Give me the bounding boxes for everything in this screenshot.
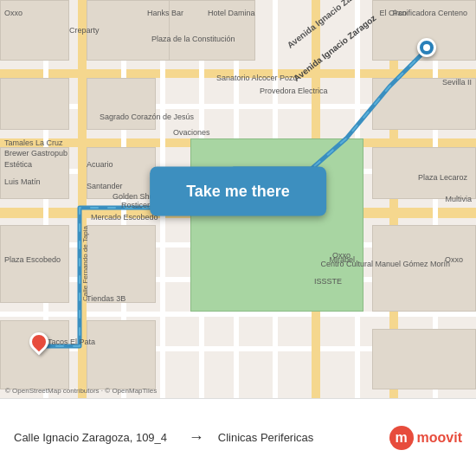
take-me-there-button[interactable]: Take me there — [150, 166, 326, 215]
label-estetica: Estética — [4, 160, 32, 169]
label-sagrado: Sagrado Corazón de Jesús — [100, 113, 194, 121]
label-tacos: Tacos El Pata — [48, 338, 95, 346]
moovit-logo-icon: m — [389, 426, 414, 450]
map-copyright: © OpenStreetMap contributors · © OpenMap… — [5, 387, 157, 395]
label-tamales: Tamales La Cruz — [4, 138, 63, 147]
label-hanks-bar: Hanks Bar — [147, 9, 183, 17]
label-creparty: Creparty — [69, 26, 100, 35]
label-plaza-lecaroz: Plaza Lecaroz — [418, 173, 467, 182]
moovit-m-letter: m — [395, 430, 407, 446]
label-oxxo2: Oxxo — [4, 9, 23, 17]
label-plaza-const: Plaza de la Constitución — [151, 35, 235, 43]
label-el-circo: El Circo — [379, 9, 407, 17]
route-info: Calle Ignacio Zaragoza, 109_4 → Clinicas… — [14, 428, 379, 447]
bottom-bar: Calle Ignacio Zaragoza, 109_4 → Clinicas… — [0, 398, 476, 476]
route-arrow-icon: → — [182, 428, 211, 447]
label-mercado: Mercado Escobedo — [91, 213, 158, 222]
label-issste: ISSSTE — [314, 277, 342, 286]
label-hotel-damina: Hotel Damina — [208, 9, 255, 17]
moovit-logo: m moovit — [389, 426, 462, 450]
label-brewer: Brewer Gastropub — [4, 149, 68, 158]
label-plaza-escobedo: Plaza Escobedo — [4, 255, 61, 264]
label-sanatorio: Sanatorio Alcocer Pozo — [216, 74, 298, 82]
moovit-logo-text: moovit — [417, 430, 462, 446]
label-centro-cultural: Centro Cultural Manuel Gómez Morín — [320, 260, 450, 268]
route-destination: Clinicas Perifericas — [218, 431, 379, 444]
label-sevilla: Sevilla II — [442, 78, 472, 87]
map-container: Avenida Ignacio Zaragoz Avenida Ignacio … — [0, 0, 476, 398]
label-ovaciones: Ovaciones — [173, 128, 210, 137]
label-santander: Santander — [87, 182, 123, 190]
label-luis-matin: Luis Matín — [4, 177, 41, 186]
label-tiendas: Tiendas 3B — [87, 294, 125, 303]
destination-marker — [417, 38, 436, 57]
route-origin: Calle Ignacio Zaragoza, 109_4 — [14, 431, 175, 444]
label-fernando-tapia: Calle Fernando de Tapia — [81, 226, 89, 301]
label-multivia: Multivia — [445, 195, 472, 203]
label-provedora: Provedora Electrica — [260, 87, 328, 95]
label-acuario: Acuario — [87, 160, 113, 169]
